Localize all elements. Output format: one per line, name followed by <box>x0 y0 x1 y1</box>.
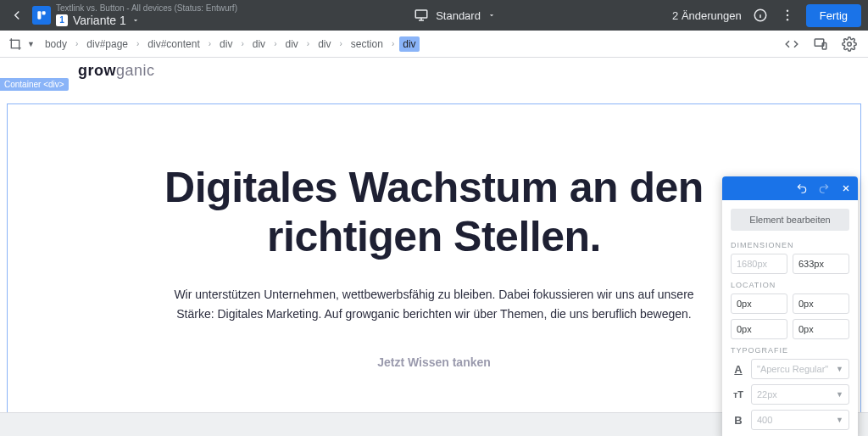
experiment-subtitle: Textlink vs. Button - All devices (Statu… <box>56 3 237 14</box>
breadcrumb-body[interactable]: body <box>42 36 70 52</box>
brand-bold: grow <box>78 62 116 80</box>
selection-tag[interactable]: Container <div> <box>0 78 69 91</box>
breadcrumb-div-selected[interactable]: div <box>399 36 419 52</box>
desktop-icon <box>414 8 429 23</box>
font-family-field[interactable]: "Apercu Regular"▼ <box>751 359 849 379</box>
svg-point-4 <box>787 10 788 12</box>
hero-cta[interactable]: Jetzt Wissen tanken <box>377 355 491 369</box>
svg-rect-1 <box>42 11 46 14</box>
breadcrumb-div[interactable]: div <box>281 36 301 52</box>
changes-count[interactable]: 2 Änderungen <box>672 9 742 22</box>
info-button[interactable] <box>752 7 769 24</box>
edit-element-button[interactable]: Element bearbeiten <box>731 209 849 231</box>
brand-light: ganic <box>116 62 155 80</box>
dimensions-label: Dimensionen <box>731 241 849 249</box>
font-weight-field[interactable]: 400▼ <box>751 410 849 430</box>
breadcrumb-page[interactable]: div#page <box>83 36 131 52</box>
location-top-field[interactable]: 0px <box>731 293 787 314</box>
svg-rect-0 <box>37 11 41 19</box>
location-left-field[interactable]: 0px <box>793 319 849 339</box>
top-right-controls: 2 Änderungen Fertig <box>672 4 861 27</box>
location-bottom-field[interactable]: 0px <box>731 319 787 339</box>
font-size-icon: тT <box>731 389 746 400</box>
font-family-icon: A <box>731 363 746 376</box>
svg-point-6 <box>787 19 788 20</box>
device-mode-selector[interactable]: Standard <box>237 8 672 23</box>
site-logo[interactable]: growganic <box>0 58 868 83</box>
hero-body[interactable]: Wir unterstützen Unternehmen, wettbewerb… <box>171 285 697 323</box>
chevron-down-icon <box>131 16 140 25</box>
svg-point-5 <box>787 14 788 16</box>
device-mode-label: Standard <box>436 9 481 22</box>
breadcrumb-div[interactable]: div <box>216 36 236 52</box>
typography-label: Typografie <box>731 346 849 355</box>
svg-rect-2 <box>415 10 427 18</box>
variant-title[interactable]: 1 Variante 1 <box>56 14 237 28</box>
location-label: Location <box>731 281 849 289</box>
svg-rect-7 <box>11 40 19 48</box>
code-view-icon[interactable] <box>783 36 800 53</box>
breadcrumb-div[interactable]: div <box>314 36 334 52</box>
breadcrumb-div[interactable]: div <box>249 36 269 52</box>
title-block: Textlink vs. Button - All devices (Statu… <box>56 3 237 28</box>
variant-badge: 1 <box>56 14 68 26</box>
breadcrumb-section[interactable]: section <box>348 36 387 52</box>
hero-title[interactable]: Digitales Wachstum an den richtigen Stel… <box>75 164 793 261</box>
inspector-header <box>722 176 858 200</box>
svg-point-10 <box>848 42 852 46</box>
crop-tool-icon[interactable] <box>7 36 24 53</box>
height-field[interactable]: 633px <box>793 254 849 274</box>
back-button[interactable] <box>7 5 27 25</box>
done-button[interactable]: Fertig <box>806 4 861 27</box>
device-preview-icon[interactable] <box>812 36 829 53</box>
variant-label: Variante 1 <box>73 14 126 28</box>
optimize-logo-icon <box>32 6 51 25</box>
breadcrumb-bar: ▼ body› div#page› div#content› div› div›… <box>0 31 868 58</box>
font-weight-icon: B <box>731 414 746 427</box>
settings-icon[interactable] <box>841 36 858 53</box>
inspector-panel: Element bearbeiten Dimensionen 1680px 63… <box>722 176 858 436</box>
undo-button[interactable] <box>795 182 809 195</box>
width-field[interactable]: 1680px <box>731 254 787 274</box>
location-right-field[interactable]: 0px <box>793 293 849 314</box>
more-menu-button[interactable] <box>779 7 796 24</box>
chevron-down-icon <box>487 11 496 20</box>
redo-button[interactable] <box>817 182 831 195</box>
top-bar: Textlink vs. Button - All devices (Statu… <box>0 0 868 31</box>
breadcrumb-dropdown[interactable]: ▼ <box>27 40 35 48</box>
close-inspector-button[interactable] <box>839 182 853 195</box>
breadcrumb-content[interactable]: div#content <box>144 36 203 52</box>
font-size-field[interactable]: 22px▼ <box>751 384 849 405</box>
